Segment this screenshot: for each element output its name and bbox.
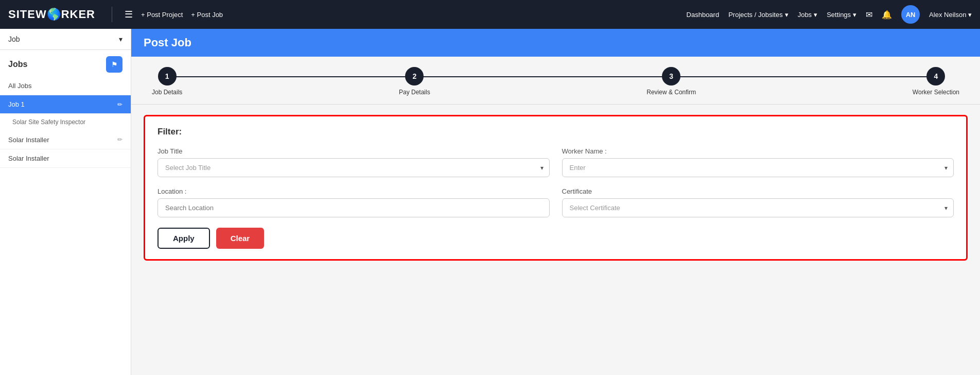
filter-box: Filter: Job Title Select Job Title ▾ W (144, 115, 968, 261)
sidebar-type-dropdown[interactable]: Job ▾ (0, 29, 131, 50)
worker-name-select-wrapper: Enter ▾ (562, 158, 954, 177)
jobs-link[interactable]: Jobs ▾ (798, 11, 817, 19)
filter-row-1: Job Title Select Job Title ▾ Worker Name… (157, 147, 954, 177)
settings-link[interactable]: Settings ▾ (827, 11, 856, 19)
page-layout: Job ▾ Jobs ⚑ All Jobs Job 1 ✏ Solar Site… (0, 29, 980, 375)
worker-name-select[interactable]: Enter (562, 158, 954, 177)
certificate-select-wrapper: Select Certificate ▾ (562, 198, 954, 217)
job-title-label: Job Title (157, 147, 550, 155)
sidebar-items-list: All Jobs Job 1 ✏ Solar Site Safety Inspe… (0, 77, 131, 375)
clear-button[interactable]: Clear (216, 228, 265, 249)
step-2-circle: 2 (405, 67, 424, 86)
step-3-circle: 3 (662, 67, 680, 86)
step-2: 2 Pay Details (399, 67, 430, 96)
navbar-divider (112, 7, 112, 22)
post-job-header: Post Job (131, 29, 980, 57)
sidebar-item-label: Job 1 (8, 100, 25, 108)
filter-col-location: Location : (157, 187, 550, 217)
sidebar-item-solar-installer-2[interactable]: Solar Installer (0, 149, 131, 168)
projects-chevron-icon: ▾ (785, 11, 789, 19)
mail-icon[interactable]: ✉ (866, 10, 872, 20)
location-label: Location : (157, 187, 550, 195)
steps-line (172, 76, 939, 77)
sidebar-dropdown-chevron-icon: ▾ (119, 35, 122, 43)
projects-jobsites-link[interactable]: Projects / Jobsites ▾ (728, 11, 789, 19)
step-1-label: Job Details (152, 89, 182, 96)
username-label: Alex Neilson ▾ (929, 11, 972, 19)
sidebar-item-job1[interactable]: Job 1 ✏ (0, 95, 131, 114)
filter-button[interactable]: ⚑ (106, 56, 122, 73)
filter-actions: Apply Clear (157, 228, 954, 249)
navbar: SITEW🌎RKER ☰ + Post Project + Post Job D… (0, 0, 980, 29)
post-job-button[interactable]: + Post Job (191, 11, 223, 19)
content-area: Filter: Job Title Select Job Title ▾ W (131, 105, 980, 375)
step-1-circle: 1 (158, 67, 177, 86)
apply-button[interactable]: Apply (157, 228, 210, 249)
filter-icon: ⚑ (111, 60, 118, 69)
step-2-label: Pay Details (399, 89, 430, 96)
main-content: Post Job 1 Job Details 2 Pay Details 3 R… (131, 29, 980, 375)
filter-col-worker-name: Worker Name : Enter ▾ (562, 147, 954, 177)
edit-icon-2[interactable]: ✏ (117, 136, 122, 143)
bell-icon[interactable]: 🔔 (882, 10, 892, 20)
sidebar: Job ▾ Jobs ⚑ All Jobs Job 1 ✏ Solar Site… (0, 29, 131, 375)
location-input[interactable] (157, 198, 550, 217)
brand-logo-accent: 🌎 (47, 8, 61, 21)
job-title-select-wrapper: Select Job Title ▾ (157, 158, 550, 177)
sidebar-item-all-jobs[interactable]: All Jobs (0, 77, 131, 95)
steps: 1 Job Details 2 Pay Details 3 Review & C… (152, 67, 959, 96)
page-title: Post Job (144, 36, 191, 49)
step-3: 3 Review & Confirm (646, 67, 696, 96)
step-4-label: Worker Selection (913, 89, 959, 96)
brand-logo[interactable]: SITEW🌎RKER (8, 8, 95, 21)
worker-name-label: Worker Name : (562, 147, 954, 155)
certificate-label: Certificate (562, 187, 954, 195)
step-4: 4 Worker Selection (913, 67, 959, 96)
jobs-chevron-icon: ▾ (814, 11, 817, 19)
post-project-button[interactable]: + Post Project (141, 11, 183, 19)
sidebar-item-label: All Jobs (8, 82, 32, 90)
sidebar-item-label: Solar Installer (8, 136, 49, 144)
dashboard-link[interactable]: Dashboard (687, 11, 720, 19)
filter-col-job-title: Job Title Select Job Title ▾ (157, 147, 550, 177)
settings-chevron-icon: ▾ (853, 11, 856, 19)
hamburger-icon[interactable]: ☰ (125, 9, 133, 20)
step-3-label: Review & Confirm (646, 89, 696, 96)
sidebar-item-job1-sub: Solar Site Safety Inspector (0, 114, 131, 131)
avatar[interactable]: AN (901, 5, 920, 24)
sidebar-item-label: Solar Installer (8, 155, 49, 162)
sidebar-section-title: Jobs (8, 60, 27, 69)
edit-icon[interactable]: ✏ (117, 101, 122, 108)
username-chevron-icon: ▾ (968, 11, 972, 19)
job-title-select[interactable]: Select Job Title (157, 158, 550, 177)
sidebar-header: Jobs ⚑ (0, 50, 131, 77)
filter-col-certificate: Certificate Select Certificate ▾ (562, 187, 954, 217)
sidebar-dropdown-label: Job (8, 35, 20, 43)
steps-container: 1 Job Details 2 Pay Details 3 Review & C… (131, 57, 980, 105)
filter-title: Filter: (157, 127, 954, 137)
sidebar-item-solar-installer-1[interactable]: Solar Installer ✏ (0, 131, 131, 149)
step-4-circle: 4 (926, 67, 945, 86)
navbar-right: Dashboard Projects / Jobsites ▾ Jobs ▾ S… (687, 5, 972, 24)
filter-row-2: Location : Certificate Select Certificat… (157, 187, 954, 217)
certificate-select[interactable]: Select Certificate (562, 198, 954, 217)
step-1: 1 Job Details (152, 67, 182, 96)
